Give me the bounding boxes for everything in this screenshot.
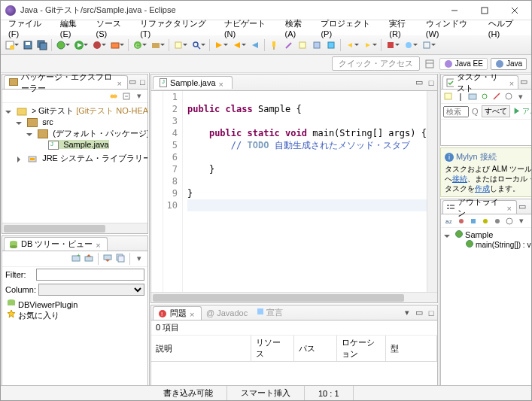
javadoc-tab[interactable]: @ Javadoc bbox=[202, 308, 252, 317]
editor-area[interactable]: 12345678910 public class Sample { public… bbox=[151, 91, 437, 292]
tree-jre[interactable]: JRE システム・ライブラリー bbox=[42, 153, 147, 163]
wand-icon[interactable] bbox=[281, 38, 295, 53]
close-icon[interactable]: × bbox=[190, 310, 196, 317]
problems-tab[interactable]: ! 問題 × bbox=[153, 306, 202, 320]
menu-refactor[interactable]: リファクタリング(T) bbox=[135, 17, 220, 40]
col-type[interactable]: 型 bbox=[385, 336, 436, 362]
menu-navigate[interactable]: ナビゲート(N) bbox=[220, 17, 281, 40]
menu-search[interactable]: 検索(A) bbox=[281, 17, 317, 40]
tree-toggle[interactable] bbox=[5, 108, 13, 115]
hide-nonpublic-icon[interactable] bbox=[480, 216, 491, 226]
category-icon[interactable] bbox=[467, 91, 478, 102]
next-annotation-icon[interactable] bbox=[212, 38, 226, 53]
new-icon[interactable] bbox=[3, 38, 17, 53]
col-path[interactable]: パス bbox=[294, 336, 337, 362]
col-resource[interactable]: リソース bbox=[251, 336, 294, 362]
view-menu-icon[interactable]: ▾ bbox=[134, 91, 144, 102]
close-icon[interactable]: × bbox=[219, 80, 226, 87]
menu-help[interactable]: ヘルプ(H) bbox=[484, 17, 528, 40]
perspective-icon[interactable] bbox=[420, 38, 433, 53]
quick-access-input[interactable]: クイック・アクセス bbox=[332, 56, 420, 71]
run-icon[interactable] bbox=[72, 38, 86, 53]
menu-project[interactable]: プロジェクト(P) bbox=[316, 17, 385, 40]
minimize-view-icon[interactable]: ▭ bbox=[128, 76, 138, 88]
outline-class[interactable]: Sample bbox=[465, 230, 493, 239]
close-icon[interactable]: × bbox=[509, 79, 515, 86]
debug-icon[interactable] bbox=[54, 38, 68, 53]
perspective-javaee[interactable]: Java EE bbox=[439, 58, 488, 70]
all-button[interactable]: すべて bbox=[482, 105, 510, 117]
db-export-icon[interactable] bbox=[84, 253, 94, 263]
open-type-icon[interactable] bbox=[172, 38, 185, 53]
open-perspective-icon[interactable] bbox=[423, 56, 436, 71]
stop-icon[interactable] bbox=[384, 38, 397, 53]
outline-method[interactable]: main(String[]) : void bbox=[476, 241, 532, 249]
pin-icon[interactable] bbox=[267, 38, 281, 53]
task-search-input[interactable] bbox=[443, 106, 469, 117]
minimize-view-icon[interactable]: ▭ bbox=[517, 201, 528, 213]
db-import-icon[interactable] bbox=[102, 253, 113, 263]
editor-tab-sample[interactable]: Sample.java × bbox=[153, 76, 233, 89]
close-icon[interactable]: × bbox=[117, 79, 122, 86]
back-icon[interactable] bbox=[343, 38, 357, 53]
perspective-java[interactable]: Java bbox=[491, 58, 527, 70]
save-all-icon[interactable] bbox=[35, 38, 49, 53]
focus-icon[interactable] bbox=[504, 216, 515, 226]
hide-icon[interactable] bbox=[491, 91, 502, 102]
tree-project[interactable]: Gitテスト bbox=[38, 106, 74, 115]
minimize-view-icon[interactable]: ▭ bbox=[518, 76, 529, 88]
settings-icon[interactable] bbox=[324, 38, 338, 53]
tree-sample-java[interactable]: Sample.java bbox=[48, 140, 109, 149]
package-explorer-tab[interactable]: パッケージ・エクスプローラー × bbox=[4, 75, 128, 89]
new-task-icon[interactable] bbox=[443, 91, 454, 102]
minimize-view-icon[interactable]: ▭ bbox=[413, 77, 425, 89]
note-icon[interactable] bbox=[296, 38, 309, 53]
mylyn-connect-link[interactable]: 接続 bbox=[452, 175, 467, 183]
maximize-view-icon[interactable]: □ bbox=[529, 76, 532, 88]
maximize-view-icon[interactable]: □ bbox=[425, 307, 437, 319]
col-location[interactable]: ロケーション bbox=[337, 336, 386, 362]
column-select[interactable] bbox=[38, 284, 144, 296]
save-icon[interactable] bbox=[21, 38, 35, 53]
hide-static-icon[interactable] bbox=[468, 216, 479, 226]
sync-icon[interactable] bbox=[479, 91, 490, 102]
maximize-view-icon[interactable]: □ bbox=[425, 77, 437, 89]
tree-toggle[interactable] bbox=[26, 130, 34, 138]
menu-source[interactable]: ソース(S) bbox=[92, 17, 136, 40]
filter-input[interactable] bbox=[36, 269, 144, 281]
declaration-tab[interactable]: 宣言 bbox=[252, 307, 287, 318]
sort-icon[interactable]: az bbox=[444, 216, 454, 226]
hide-local-icon[interactable] bbox=[492, 216, 503, 226]
collapse-all-icon[interactable] bbox=[121, 91, 132, 102]
menu-run[interactable]: 実行(R) bbox=[385, 17, 421, 40]
new-package-icon[interactable] bbox=[149, 38, 163, 53]
package-explorer-tree[interactable]: > Gitテスト [Gitテスト NO-HEAD] src bbox=[2, 103, 147, 223]
minimize-view-icon[interactable]: ▭ bbox=[413, 307, 425, 319]
col-description[interactable]: 説明 bbox=[151, 336, 251, 362]
tree-toggle[interactable] bbox=[444, 232, 451, 239]
maximize-view-icon[interactable]: □ bbox=[138, 76, 147, 88]
hide-fields-icon[interactable] bbox=[456, 216, 467, 226]
mylyn-create-link[interactable]: 作成 bbox=[475, 184, 490, 193]
tree-toggle[interactable] bbox=[16, 155, 23, 163]
tree-default-package[interactable]: (デフォルト・パッケージ) bbox=[53, 129, 147, 138]
view-menu-icon[interactable]: ▾ bbox=[134, 253, 144, 263]
menu-file[interactable]: ファイル(F) bbox=[4, 17, 56, 40]
task-icon[interactable] bbox=[310, 38, 324, 53]
forward-icon[interactable] bbox=[361, 38, 375, 53]
hscrollbar[interactable] bbox=[2, 223, 147, 233]
db-tree-tab[interactable]: DB ツリー・ビュー × bbox=[4, 237, 108, 251]
close-icon[interactable]: × bbox=[507, 204, 513, 211]
view-menu-icon[interactable]: ▾ bbox=[515, 91, 526, 102]
maximize-view-icon[interactable]: □ bbox=[528, 201, 532, 213]
code-content[interactable]: public class Sample { public static void… bbox=[183, 91, 427, 292]
close-icon[interactable]: × bbox=[96, 241, 102, 248]
last-edit-icon[interactable] bbox=[248, 38, 262, 53]
tree-src[interactable]: src bbox=[42, 117, 53, 126]
menu-window[interactable]: ウィンドウ(W) bbox=[421, 17, 484, 40]
vscrollbar[interactable] bbox=[427, 91, 437, 292]
drop-icon[interactable] bbox=[402, 38, 415, 53]
focus-icon[interactable] bbox=[503, 91, 514, 102]
task-list-tab[interactable]: タスク・リスト × bbox=[442, 75, 518, 89]
link-editor-icon[interactable] bbox=[108, 91, 119, 102]
